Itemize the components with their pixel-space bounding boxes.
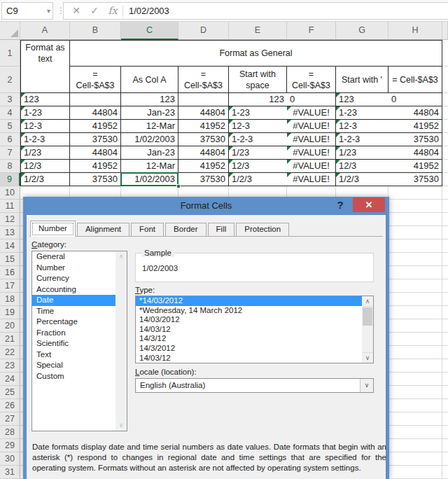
row-header-7[interactable]: 7 [0,146,20,160]
col-header-A[interactable]: A [20,22,70,40]
cell-A1[interactable]: Format as text [20,40,70,93]
fill-handle[interactable] [176,184,181,188]
cell-C8[interactable]: 12-Mar [121,160,178,173]
row-header-26[interactable]: 26 [0,399,20,412]
cell-H3[interactable]: 0 [388,93,442,106]
scroll-down-icon[interactable]: ∨ [115,420,127,431]
cell-C2[interactable]: As Col A [121,67,178,93]
cell-C5[interactable]: 12-Mar [121,120,178,133]
tab-number[interactable]: Number [30,221,76,237]
cell-F6[interactable]: #VALUE! [287,133,336,146]
cell-E5[interactable]: 12-3 [229,120,287,133]
cell-D5[interactable]: 41952 [178,120,229,133]
cell-F2[interactable]: = Cell-$A$3 [287,67,336,93]
type-listbox[interactable]: *14/03/2012*Wednesday, 14 March 201214/0… [135,296,374,363]
combo-dropdown-icon[interactable]: ∨ [360,379,373,392]
cell-E4[interactable]: 1-23 [229,106,287,120]
category-item-currency[interactable]: Currency [32,273,115,284]
cell-D2[interactable]: = Cell-$A$3 [178,67,229,93]
help-icon[interactable]: ? [333,197,347,214]
scroll-up-icon[interactable]: ∧ [115,251,127,262]
cell-E9[interactable]: 1/2/3 [229,173,287,186]
row-header-23[interactable]: 23 [0,359,20,373]
row-header-18[interactable]: 18 [0,293,20,306]
row-header-30[interactable]: 30 [0,452,20,466]
row-header-8[interactable]: 8 [0,160,20,173]
cell-C3[interactable]: 123 [121,93,178,106]
category-item-percentage[interactable]: Percentage [32,317,115,328]
cell-D6[interactable]: 37530 [178,133,229,146]
cell-E8[interactable]: 12/3 [229,160,287,173]
cell-D8[interactable]: 41952 [178,160,229,173]
tab-alignment[interactable]: Alignment [77,223,130,236]
col-header-E[interactable]: E [229,22,287,40]
category-item-date[interactable]: Date [32,295,115,306]
row-header-17[interactable]: 17 [0,279,20,293]
category-item-fraction[interactable]: Fraction [32,328,115,339]
category-item-accounting[interactable]: Accounting [32,284,115,296]
cell-D3[interactable] [178,93,229,106]
row-header-5[interactable]: 5 [0,120,20,133]
select-all-corner[interactable] [0,22,20,40]
cell-A5[interactable]: 12-3 [20,120,70,133]
row-header-20[interactable]: 20 [0,319,20,333]
row-header-21[interactable]: 21 [0,333,20,346]
tab-protection[interactable]: Protection [236,223,289,236]
row-header-16[interactable]: 16 [0,266,20,279]
cell-G2[interactable]: Start with ' [336,67,388,93]
cell-B7[interactable]: 44804 [70,146,121,160]
col-header-C[interactable]: C [121,22,178,40]
cell-D4[interactable]: 44804 [178,106,229,120]
cell-A6[interactable]: 1-2-3 [20,133,70,146]
cell-B3[interactable] [70,93,121,106]
row-header-19[interactable]: 19 [0,306,20,319]
type-item-2[interactable]: 14/03/2012 [136,315,362,325]
cell-H6[interactable]: 37530 [388,133,442,146]
cell-A3[interactable]: 123 [20,93,70,106]
category-item-general[interactable]: General [32,251,115,263]
cell-H5[interactable]: 41952 [388,120,442,133]
row-header-27[interactable]: 27 [0,412,20,426]
cell-F8[interactable]: #VALUE! [287,160,336,173]
category-listbox[interactable]: GeneralNumberCurrencyAccountingDateTimeP… [31,251,127,431]
cell-B1-H1-merged[interactable]: Format as General [70,40,442,67]
row-header-2[interactable]: 2 [0,67,20,93]
cell-C6[interactable]: 1/02/2003 [121,133,178,146]
cell-E3[interactable]: 123 [229,93,287,106]
row-header-14[interactable]: 14 [0,240,20,253]
cell-G5[interactable]: 12-3 [336,120,388,133]
cell-H8[interactable]: 41952 [388,160,442,173]
cell-B5[interactable]: 41952 [70,120,121,133]
category-scrollbar[interactable]: ∧ ∨ [115,251,127,431]
cell-G4[interactable]: 1-23 [336,106,388,120]
row-header-25[interactable]: 25 [0,386,20,399]
col-header-B[interactable]: B [70,22,121,40]
cell-E2[interactable]: Start with space [229,67,287,93]
cell-B2[interactable]: = Cell-$A$3 [70,67,121,93]
cell-B4[interactable]: 44804 [70,106,121,120]
col-header-D[interactable]: D [178,22,229,40]
cell-H4[interactable]: 44804 [388,106,442,120]
cell-G9[interactable]: 1/2/3 [336,173,388,186]
cell-B8[interactable]: 41952 [70,160,121,173]
cell-H9[interactable]: 37530 [388,173,442,186]
category-item-scientific[interactable]: Scientific [32,338,115,349]
cell-F4[interactable]: #VALUE! [287,106,336,120]
type-item-4[interactable]: 14/3/12 [136,334,362,344]
cell-H7[interactable]: 44804 [388,146,442,160]
cell-F9[interactable]: #VALUE! [287,173,336,186]
cell-D7[interactable]: 44804 [178,146,229,160]
row-header-3[interactable]: 3 [0,93,20,106]
scroll-down-icon[interactable]: ∨ [362,352,373,363]
tab-fill[interactable]: Fill [208,223,235,236]
cell-F7[interactable]: #VALUE! [287,146,336,160]
type-scrollbar[interactable]: ∧ ∨ [362,296,373,363]
row-header-31[interactable]: 31 [0,466,20,479]
dialog-title-bar[interactable]: Format Cells ? ✕ [23,197,389,215]
cell-H2[interactable]: = Cell-$A$3 [388,67,442,93]
scroll-up-icon[interactable]: ∧ [362,296,373,307]
type-item-3[interactable]: 14/03/12 [136,325,362,335]
row-header-11[interactable]: 11 [0,200,20,213]
row-header-12[interactable]: 12 [0,213,20,226]
row-header-4[interactable]: 4 [0,106,20,120]
